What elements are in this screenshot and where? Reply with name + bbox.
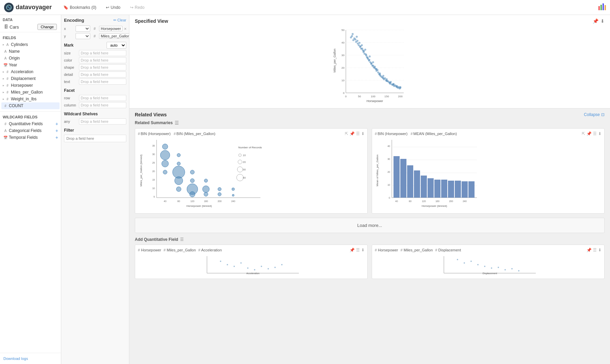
field-item-acceleration[interactable]: ▸ # Acceleration T▾ + — [1, 68, 60, 75]
field-item-weight_in_lbs[interactable]: ▸ # Weight_in_lbs T▾ + — [1, 96, 60, 102]
field-filter-weight_in_lbs[interactable]: T▾ — [51, 97, 55, 101]
rcc-action-expand-2[interactable]: ⇱ — [582, 131, 585, 136]
export-button[interactable]: ⬇ — [600, 18, 605, 24]
field-filter-miles_per_gallon[interactable]: T▾ — [51, 90, 55, 95]
field-filter-horsepower[interactable]: T▾ — [51, 83, 55, 88]
svg-point-184 — [234, 266, 235, 267]
bookmarks-button[interactable]: 🔖 Bookmarks (0) — [60, 4, 100, 11]
rcc-action-table-1[interactable]: ☰ — [356, 131, 360, 136]
mk-drop-shape[interactable]: Drop a field here — [79, 64, 126, 70]
collapse-button[interactable]: Collapse ⊡ — [584, 112, 605, 117]
facet-drop-column[interactable]: Drop a field here — [79, 102, 126, 108]
rcc-action-pin-1[interactable]: 📌 — [350, 131, 355, 136]
change-dataset-button[interactable]: Change — [37, 24, 57, 30]
facet-channels: row Drop a field here column Drop a fiel… — [64, 95, 126, 108]
mk-drop-text[interactable]: Drop a field here — [79, 79, 126, 85]
field-add-miles_per_gallon[interactable]: + — [56, 90, 58, 95]
wc-add-cat[interactable]: + — [55, 128, 58, 133]
y-agg-select[interactable]: bin — [76, 33, 90, 39]
field-filter-name[interactable]: T▾ — [51, 49, 55, 54]
wc-type-quant: # — [3, 121, 8, 127]
field-item-miles_per_gallon[interactable]: ▸ # Miles_per_Gallon T▾ + — [1, 89, 60, 96]
pin-button[interactable]: 📌 — [593, 18, 598, 24]
rcc-header-2: # BIN (Horsepower) # MEAN (Miles_per_Gal… — [375, 131, 601, 136]
af-table-1[interactable]: ☰ — [356, 248, 360, 252]
field-add-count[interactable]: + — [56, 103, 58, 108]
right-main: Specified View 📌 ⬇ 0 50 — [129, 15, 610, 364]
svg-point-96 — [382, 77, 384, 79]
svg-point-204 — [518, 270, 519, 271]
field-add-horsepower[interactable]: + — [56, 83, 58, 88]
field-add-name[interactable]: + — [56, 49, 58, 54]
field-item-cylinders[interactable]: ▸ A Cylinders T▾ + — [1, 41, 60, 48]
svg-text:Displacement: Displacement — [483, 272, 497, 275]
field-filter-acceleration[interactable]: T▾ — [51, 69, 55, 74]
facet-drop-row[interactable]: Drop a field here — [79, 95, 126, 101]
svg-point-32 — [358, 44, 360, 46]
af-export-2[interactable]: ⬇ — [598, 248, 601, 252]
field-name-name: Name — [8, 49, 51, 54]
wc-add-temporal[interactable]: + — [55, 135, 58, 140]
wc-type-cat: A — [3, 128, 8, 133]
mark-select[interactable]: autopointbarline — [107, 42, 126, 49]
field-item-count[interactable]: # COUNT T▾ + — [1, 102, 60, 109]
mark-label: Mark — [64, 43, 74, 48]
field-type-displacement: # — [5, 76, 10, 81]
field-add-displacement[interactable]: + — [56, 76, 58, 81]
field-item-year[interactable]: 📅 Year T▾ + — [1, 62, 60, 68]
field-filter-count[interactable]: T▾ — [51, 103, 55, 108]
wildcard-any-drop[interactable]: Drop a field here — [79, 118, 126, 125]
x-agg-select[interactable]: bin — [76, 26, 90, 32]
field-filter-year[interactable]: T▾ — [51, 63, 55, 67]
svg-point-127 — [176, 187, 181, 192]
rcc-action-export-1[interactable]: ⬇ — [361, 131, 365, 136]
field-filter-origin[interactable]: T▾ — [51, 56, 55, 61]
svg-point-83 — [354, 38, 356, 40]
clear-button[interactable]: ✏ Clear — [113, 18, 126, 22]
field-item-horsepower[interactable]: ▸ # Horsepower T▾ + — [1, 82, 60, 89]
wildcard-item-cat[interactable]: A Categorical Fields + — [1, 127, 60, 134]
rcc-action-table-2[interactable]: ☰ — [593, 131, 597, 136]
mark-channels: size Drop a field here color Drop a fiel… — [64, 50, 126, 85]
rcc-field-1a: # BIN (Horsepower) — [138, 132, 171, 136]
field-add-cylinders[interactable]: + — [56, 42, 58, 47]
field-add-weight_in_lbs[interactable]: + — [56, 97, 58, 101]
redo-button[interactable]: ↪ Redo — [127, 4, 148, 11]
field-add-origin[interactable]: + — [56, 56, 58, 61]
download-logs-link[interactable]: Download logs — [0, 353, 61, 364]
af-field-1c: # Acceleration — [198, 248, 222, 252]
svg-point-200 — [491, 267, 492, 269]
mk-drop-color[interactable]: Drop a field here — [79, 57, 126, 63]
wildcard-item-temporal[interactable]: 📅 Temporal Fields + — [1, 134, 60, 141]
rcc-action-pin-2[interactable]: 📌 — [587, 131, 592, 136]
af-export-1[interactable]: ⬇ — [361, 248, 365, 252]
field-item-displacement[interactable]: ▸ # Displacement T▾ + — [1, 75, 60, 82]
svg-text:0: 0 — [345, 95, 347, 98]
field-add-acceleration[interactable]: + — [56, 69, 58, 74]
svg-point-138 — [232, 194, 234, 196]
field-item-name[interactable]: A Name T▾ + — [1, 48, 60, 55]
x-remove-button[interactable]: × — [124, 26, 127, 31]
rcc-action-expand-1[interactable]: ⇱ — [345, 131, 348, 136]
wc-name-temporal: Temporal Fields — [8, 135, 55, 140]
undo-button[interactable]: ↩ Undo — [102, 4, 124, 11]
af-field-1a: # Horsepower — [138, 248, 161, 252]
rcc-action-export-2[interactable]: ⬇ — [598, 131, 601, 136]
svg-text:240: 240 — [463, 200, 467, 202]
load-more-button[interactable]: Load more... — [357, 223, 382, 228]
field-filter-displacement[interactable]: T▾ — [51, 76, 55, 81]
af-pin-1[interactable]: 📌 — [350, 248, 355, 252]
filter-input[interactable] — [64, 135, 126, 142]
field-add-year[interactable]: + — [56, 63, 58, 67]
wc-add-quant[interactable]: + — [55, 121, 58, 127]
field-filter-cylinders[interactable]: T▾ — [51, 42, 55, 47]
fields-list: ▸ A Cylinders T▾ + A Name T▾ + A Origin … — [1, 41, 60, 109]
svg-point-202 — [504, 269, 506, 270]
mk-drop-detail[interactable]: Drop a field here — [79, 71, 126, 78]
af-pin-2[interactable]: 📌 — [587, 248, 592, 252]
mk-drop-size[interactable]: Drop a field here — [79, 50, 126, 56]
svg-text:35: 35 — [152, 145, 155, 147]
field-item-origin[interactable]: A Origin T▾ + — [1, 55, 60, 62]
af-table-2[interactable]: ☰ — [593, 248, 597, 252]
wildcard-item-quant[interactable]: # Quantitative Fields + — [1, 120, 60, 127]
